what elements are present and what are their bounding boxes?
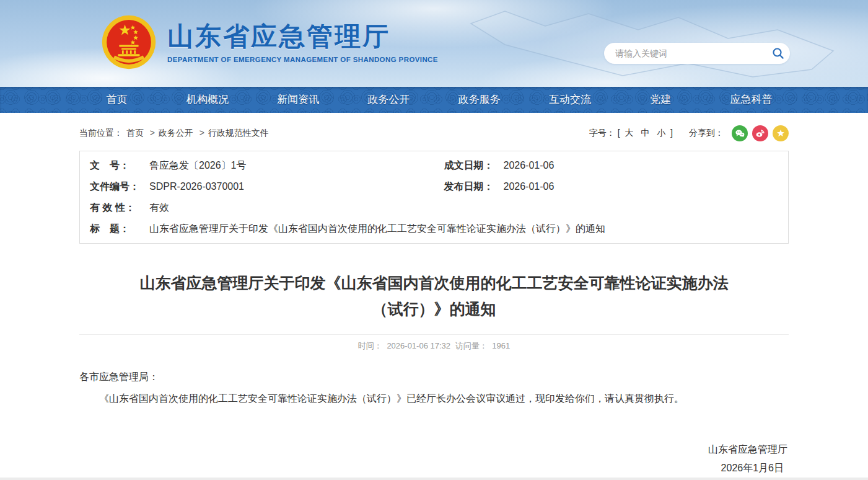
nav-item-about[interactable]: 机构概况 xyxy=(162,87,253,113)
wechat-icon xyxy=(734,128,745,139)
article-meta-line: 时间： 2026-01-06 17:32 访问量： 1961 xyxy=(79,340,789,352)
nav-item-gov-info[interactable]: 政务公开 xyxy=(343,87,434,113)
meta-doc-number: 文 号： 鲁应急发〔2026〕1号 xyxy=(80,155,434,176)
page-bottom-strip xyxy=(0,478,868,480)
meta-written-date: 成文日期： 2026-01-06 xyxy=(434,155,789,176)
nav-item-interaction[interactable]: 互动交流 xyxy=(525,87,615,113)
search-icon xyxy=(771,47,785,60)
nav-item-party-building[interactable]: 党建 xyxy=(615,87,706,113)
meta-doc-title: 标 题： 山东省应急管理厅关于印发《山东省国内首次使用的化工工艺安全可靠性论证实… xyxy=(80,218,788,239)
meta-written-date-label: 成文日期： xyxy=(444,159,504,172)
breadcrumb-home[interactable]: 首页 xyxy=(126,128,144,138)
page-tools: 字号： [ 大 中 小 ] 分享到： xyxy=(589,125,789,141)
breadcrumb: 当前位置： 首页 > 政务公开 > 行政规范性文件 xyxy=(79,128,270,139)
meta-validity-label: 有 效 性： xyxy=(90,202,149,214)
fontsize-label: 字号： xyxy=(589,128,615,138)
meta-validity-value: 有效 xyxy=(149,202,169,214)
fontsize-medium-button[interactable]: 中 xyxy=(641,128,649,138)
article-title: 山东省应急管理厅关于印发《山东省国内首次使用的化工工艺安全可靠性论证实施办法（试… xyxy=(129,270,739,322)
brand: 山东省应急管理厅 DEPARTMENT OF EMERGENCY MANAGEM… xyxy=(100,14,438,71)
main-nav: 首页 机构概况 新闻资讯 政务公开 政务服务 互动交流 党建 应急科普 xyxy=(0,87,868,113)
breadcrumb-label: 当前位置： xyxy=(79,128,123,138)
site-subtitle: DEPARTMENT OF EMERGENCY MANAGEMENT OF SH… xyxy=(167,56,438,63)
fontsize-large-button[interactable]: 大 xyxy=(625,128,633,138)
meta-doc-number-label: 文 号： xyxy=(90,159,149,172)
body-paragraph-salutation: 各市应急管理局： xyxy=(79,369,789,385)
share-wechat-button[interactable] xyxy=(732,125,748,141)
meta-doc-title-value: 山东省应急管理厅关于印发《山东省国内首次使用的化工工艺安全可靠性论证实施办法（试… xyxy=(149,223,605,235)
nav-item-gov-services[interactable]: 政务服务 xyxy=(434,87,525,113)
national-emblem-icon xyxy=(100,14,157,71)
meta-validity: 有 效 性： 有效 xyxy=(80,197,788,218)
fontsize-widget: 字号： [ 大 中 小 ] xyxy=(589,128,673,139)
search-box xyxy=(604,43,790,64)
breadcrumb-separator: > xyxy=(150,128,155,138)
brand-text: 山东省应急管理厅 DEPARTMENT OF EMERGENCY MANAGEM… xyxy=(167,21,438,63)
signature-block: 山东省应急管理厅 2026年1月6日 xyxy=(79,440,789,478)
share-weibo-button[interactable] xyxy=(752,125,768,141)
share-label: 分享到： xyxy=(689,128,724,139)
site-header: 山东省应急管理厅 DEPARTMENT OF EMERGENCY MANAGEM… xyxy=(0,0,868,87)
page: 山东省应急管理厅 DEPARTMENT OF EMERGENCY MANAGEM… xyxy=(0,0,868,480)
site-title: 山东省应急管理厅 xyxy=(167,21,438,52)
meta-doc-number-value: 鲁应急发〔2026〕1号 xyxy=(149,159,247,172)
visits-label: 访问量： xyxy=(455,341,488,350)
fontsize-bracket-close: ] xyxy=(670,128,673,138)
meta-file-code: 文件编号： SDPR-2026-0370001 xyxy=(80,176,434,197)
visits-value: 1961 xyxy=(492,341,510,350)
meta-doc-title-label: 标 题： xyxy=(90,223,149,235)
breadcrumb-gov-info[interactable]: 政务公开 xyxy=(159,128,193,138)
signature-org: 山东省应急管理厅 xyxy=(79,440,787,459)
article-body: 各市应急管理局： 《山东省国内首次使用的化工工艺安全可靠性论证实施办法（试行）》… xyxy=(79,369,789,478)
breadcrumb-separator: > xyxy=(199,128,204,138)
time-value: 2026-01-06 17:32 xyxy=(387,341,450,350)
meta-publish-date-label: 发布日期： xyxy=(444,180,504,193)
meta-file-code-value: SDPR-2026-0370001 xyxy=(149,180,244,193)
document-meta-box: 文 号： 鲁应急发〔2026〕1号 成文日期： 2026-01-06 文件编号：… xyxy=(79,151,789,244)
breadcrumb-row: 当前位置： 首页 > 政务公开 > 行政规范性文件 字号： [ 大 中 小 ] … xyxy=(79,113,789,141)
time-label: 时间： xyxy=(358,341,382,350)
meta-publish-date-value: 2026-01-06 xyxy=(504,180,555,193)
fontsize-bracket-open: [ xyxy=(618,128,620,138)
nav-item-news[interactable]: 新闻资讯 xyxy=(253,87,343,113)
weibo-icon xyxy=(755,128,766,139)
search-input[interactable] xyxy=(604,44,766,63)
nav-item-emergency-science[interactable]: 应急科普 xyxy=(706,87,796,113)
title-divider xyxy=(79,334,789,335)
share-qzone-button[interactable] xyxy=(773,125,789,141)
fontsize-small-button[interactable]: 小 xyxy=(657,128,665,138)
search-button[interactable] xyxy=(766,43,790,64)
signature-date: 2026年1月6日 xyxy=(79,459,787,478)
meta-publish-date: 发布日期： 2026-01-06 xyxy=(434,176,789,197)
qzone-star-icon xyxy=(775,128,786,139)
body-paragraph-main: 《山东省国内首次使用的化工工艺安全可靠性论证实施办法（试行）》已经厅长办公会议审… xyxy=(79,391,789,407)
nav-inner: 首页 机构概况 新闻资讯 政务公开 政务服务 互动交流 党建 应急科普 xyxy=(72,87,797,113)
meta-written-date-value: 2026-01-06 xyxy=(504,159,555,172)
nav-item-home[interactable]: 首页 xyxy=(72,87,162,113)
content-container: 当前位置： 首页 > 政务公开 > 行政规范性文件 字号： [ 大 中 小 ] … xyxy=(79,113,789,478)
breadcrumb-regulatory-docs[interactable]: 行政规范性文件 xyxy=(208,128,269,138)
meta-file-code-label: 文件编号： xyxy=(90,180,149,193)
